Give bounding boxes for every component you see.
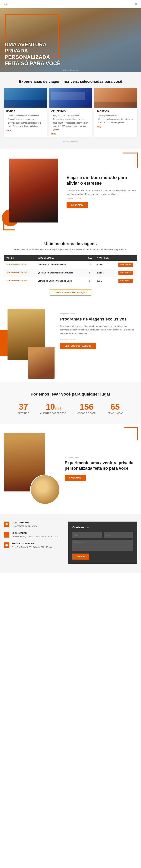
card-tours: PASSEIOS Tarifas preferenciárias Mais de… [94, 88, 137, 137]
card-hotels-body: HOTÉIS Café da manhã delicioso diariamen… [4, 107, 47, 134]
offers-section: Últimas ofertas de viagens Lorem ipsum d… [0, 234, 141, 303]
card-cruises-image [49, 88, 92, 107]
navbar: logo ≡ [0, 0, 141, 8]
hero-content: UMA AVENTURA PRIVADA PERSONALIZADA FEITA… [5, 41, 65, 67]
stress-content: Viajar é um bom método para aliviar o es… [67, 173, 137, 210]
cta-section: Imagem de Freepik Experimente uma aventu… [0, 424, 141, 514]
programs-body: Sem integer vitae justo eget magna ferme… [60, 324, 135, 335]
stat-destinos-label: DESTINOS [18, 412, 29, 414]
card-cruises-item-1: Preços incríveis desbloqueados [51, 114, 90, 117]
programs-image-col [0, 303, 57, 382]
row1-btn[interactable]: POR VIAGEM [118, 262, 133, 267]
programs-img-credit2: Imagens de Freepik [60, 338, 135, 340]
stress-title: Viajar é um bom método para aliviar o es… [67, 175, 137, 186]
table-row: 16 DE SETEMBRO DE 2022 Estrada de Cuba e… [4, 277, 137, 285]
row3-dest: Estrada de Cuba e Cidade de Cuba [36, 277, 84, 285]
contact-info: ☎ LIGUE PARA NÓS 1-234-567-891, 1-234-98… [4, 522, 65, 564]
row3-action: POR VIAGEM [114, 277, 137, 285]
phone-icon: ☎ [4, 522, 9, 527]
row2-btn[interactable]: POR VIAGEM [118, 271, 133, 275]
stress-btn[interactable]: SAIBA MAIS [67, 202, 87, 208]
row2-date: 10 DE SETEMBRO DE 2022 [4, 269, 36, 277]
offers-table: PARTIDA NOME DA VIAGEM DIAS A PARTIR DE … [4, 255, 137, 285]
stat-clientes-label: CLIENTES SATISFEITOS [40, 412, 66, 414]
stress-main-image [9, 159, 58, 222]
card-hotels: HOTÉIS Café da manhã delicioso diariamen… [4, 88, 47, 137]
card-cruises-title: CRUZEIROS [51, 110, 90, 113]
form-name-email-row [72, 532, 133, 538]
hero-credit: Imagem de Freepik [63, 69, 78, 71]
hero-title: UMA AVENTURA PRIVADA PERSONALIZADA FEITA… [5, 41, 65, 67]
experiences-section: Experiências de viagem incríveis, seleci… [0, 72, 141, 149]
offers-cta-btn[interactable]: CONSULTE MAIS INFORMAÇÃO [49, 289, 91, 296]
offers-subtitle: Lorem ipsum dolor sit amet, consectetur … [14, 248, 127, 251]
menu-icon[interactable]: ≡ [135, 2, 137, 6]
card-tours-list: Tarifas preferenciárias Mais de 200 forn… [97, 114, 135, 124]
stats-section: Podemos levar você para qualquer lugar 3… [0, 382, 141, 424]
card-hotels-title: HOTÉIS [6, 110, 44, 113]
form-name-input[interactable] [72, 532, 102, 538]
stat-clientes: 10 mil CLIENTES SATISFEITOS [35, 403, 72, 414]
col-dias: DIAS [84, 255, 95, 261]
row1-days: 11 [84, 261, 95, 269]
card-tours-item-1: Tarifas preferenciárias [97, 114, 135, 117]
form-submit-btn[interactable]: ENVIAR [72, 554, 89, 560]
stat-clientes-unit: mil [55, 406, 61, 411]
col-partida: PARTIDA [4, 255, 36, 261]
card-tours-more[interactable]: MAIS [97, 126, 101, 128]
hours-value: Seg - Sex: 7:00 - 18:00h, Sábado: 7:00 -… [12, 546, 52, 548]
row2-dest: Questão e Santa Maria do Santuário [36, 269, 84, 277]
stat-cafe: 156 COPOS DE CAFÉ [72, 403, 101, 414]
card-cruises-more[interactable]: MAIS [51, 133, 56, 135]
form-email-input[interactable] [104, 532, 133, 538]
offers-title: Últimas ofertas de viagens [4, 241, 137, 246]
experiences-credit: Imagem de Freepik [0, 140, 141, 145]
row3-btn[interactable]: POR VIAGEM [118, 279, 133, 283]
programs-small-image [28, 347, 55, 379]
phone-value: 1-234-567-891, 1-234-987-654 [12, 525, 37, 527]
programs-btn[interactable]: VER TODOS OS PASSEIOS [60, 343, 96, 349]
form-message-textarea[interactable] [72, 539, 133, 551]
stat-cafe-label: COPOS DE CAFÉ [77, 412, 96, 414]
card-hotels-item-2: Sem crédito de spa, cremes e mais [6, 118, 44, 121]
contact-section: ☎ LIGUE PARA NÓS 1-234-567-891, 1-234-98… [0, 514, 141, 573]
row3-days: 5 [84, 277, 95, 285]
table-row: 10 DE SETEMBRO DE 2022 Questão e Santa M… [4, 269, 137, 277]
contact-row: ☎ LIGUE PARA NÓS 1-234-567-891, 1-234-98… [4, 522, 137, 564]
card-tours-image [94, 88, 137, 107]
row1-action: POR VIAGEM [114, 261, 137, 269]
location-text: LOCALIZAÇÃO 121 Rock Street, 21 Avenue, … [12, 532, 58, 538]
stats-title: Podemos levar você para qualquer lugar [4, 392, 137, 397]
stress-body: Duis aute irure dolor in reprehenderit i… [67, 189, 137, 196]
phone-label: LIGUE PARA NÓS [12, 522, 37, 524]
cta-circle-image [30, 474, 60, 505]
card-cruises-body: CRUZEIROS Preços incríveis desbloqueados… [49, 107, 92, 137]
contact-location-item: 📍 LOCALIZAÇÃO 121 Rock Street, 21 Avenue… [4, 532, 65, 538]
stress-section: Viajar é um bom método para aliviar o es… [0, 149, 141, 234]
contact-form-title: Contate-nos [72, 526, 133, 529]
programs-credit: Imagens de Freepik [60, 313, 135, 315]
row2-action: POR VIAGEM [114, 269, 137, 277]
card-cruises-item-3: Mais de 200 fornecedores disponíveis em … [51, 121, 90, 131]
card-cruises-list: Preços incríveis desbloqueados Recepção … [51, 114, 90, 131]
card-cruises-item-2: Recepção de bordo infinitos privados [51, 118, 90, 121]
location-icon: 📍 [4, 532, 9, 537]
card-hotels-list: Café da manhã delicioso diariamente Sem … [6, 114, 44, 128]
hero-section: UMA AVENTURA PRIVADA PERSONALIZADA FEITA… [0, 8, 141, 72]
row1-dest: Descobrir a Catalunha Olivia [36, 261, 84, 269]
contact-hours-item: 🕐 HORÁRIO COMERCIAL Seg - Sex: 7:00 - 18… [4, 542, 65, 549]
col-price: A PARTIR DE [95, 255, 114, 261]
offers-cta: CONSULTE MAIS INFORMAÇÃO [4, 289, 137, 296]
col-action [114, 255, 137, 261]
row3-price: 360 € [95, 277, 114, 285]
row3-date: 16 DE SETEMBRO DE 2022 [4, 277, 36, 285]
cta-content: Imagem de Freepik Experimente uma aventu… [65, 455, 137, 483]
card-hotels-more[interactable]: MAIS [6, 129, 11, 131]
location-value: 121 Rock Street, 21 Avenue, New York, NY… [12, 536, 58, 538]
logo: logo [4, 3, 8, 5]
programs-content: Imagens de Freepik Programas de viagens … [57, 303, 141, 382]
col-nome: NOME DA VIAGEM [36, 255, 84, 261]
stat-clientes-num-wrap: 10 mil [40, 403, 66, 411]
hours-label: HORÁRIO COMERCIAL [12, 542, 52, 545]
cta-btn[interactable]: SAIBA MAIS [65, 475, 86, 481]
